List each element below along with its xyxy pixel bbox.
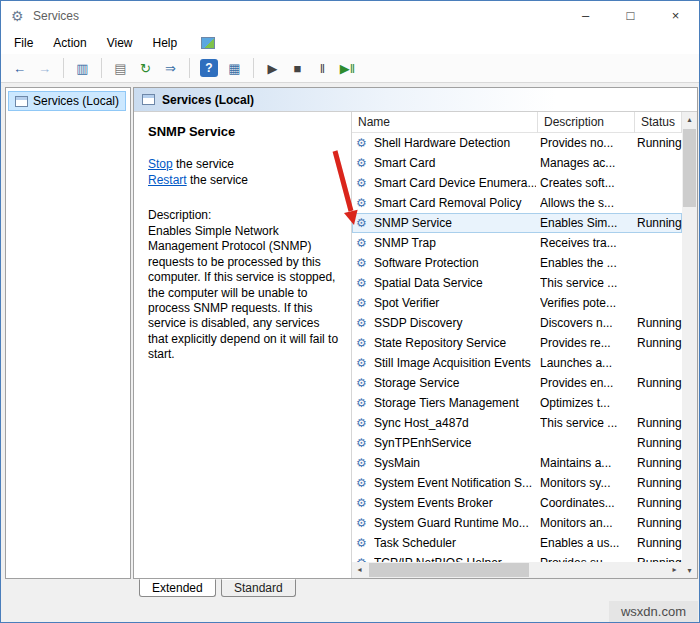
pause-service-button[interactable]: ‖ [311, 57, 334, 80]
cell: Monitors sy... [540, 473, 633, 493]
menu-file[interactable]: File [4, 36, 43, 50]
restart-service-link[interactable]: Restart [148, 173, 187, 187]
table-row[interactable]: ⚙Software ProtectionEnables the ... [352, 253, 682, 273]
cell: SynTPEnhService [374, 433, 536, 453]
table-row[interactable]: ⚙Task SchedulerEnables a us...Running [352, 533, 682, 553]
restart-service-button[interactable]: ▶‖ [336, 57, 359, 80]
table-row[interactable]: ⚙SynTPEnhServiceRunning [352, 433, 682, 453]
table-row[interactable]: ⚙Shell Hardware DetectionProvides no...R… [352, 133, 682, 153]
table-row[interactable]: ⚙System Event Notification S...Monitors … [352, 473, 682, 493]
cell: Shell Hardware Detection [374, 133, 536, 153]
table-row[interactable]: ⚙System Guard Runtime Mo...Monitors an..… [352, 513, 682, 533]
cell: Storage Tiers Management [374, 393, 536, 413]
tab-extended[interactable]: Extended [139, 579, 216, 597]
table-row[interactable]: ⚙Smart Card Device Enumera...Creates sof… [352, 173, 682, 193]
scroll-up-icon[interactable]: ▴ [682, 112, 697, 127]
column-header-status[interactable]: Status [635, 112, 682, 133]
table-row[interactable]: ⚙Storage ServiceProvides en...Running [352, 373, 682, 393]
service-gear-icon: ⚙ [356, 513, 367, 533]
help-button[interactable]: ? [200, 59, 218, 77]
horizontal-scrollbar[interactable]: ◂ ▸ [352, 562, 682, 578]
cell: Running [637, 493, 682, 513]
cell: SysMain [374, 453, 536, 473]
table-row[interactable]: ⚙Smart Card Removal PolicyAllows the s..… [352, 193, 682, 213]
cell: Provides su... [540, 553, 633, 562]
extended-detail-panel: SNMP Service Stop the service Restart th… [134, 112, 352, 578]
column-header-name[interactable]: Name [352, 112, 538, 133]
close-button[interactable]: × [653, 1, 698, 31]
column-header-description[interactable]: Description [538, 112, 635, 133]
vertical-scrollbar[interactable]: ▴ ▾ [682, 112, 697, 578]
service-action-links: Stop the service Restart the service [148, 156, 248, 188]
forward-button[interactable]: → [33, 57, 56, 80]
table-row[interactable]: ⚙Storage Tiers ManagementOptimizes t... [352, 393, 682, 413]
refresh-button[interactable]: ↻ [134, 57, 157, 80]
cell: Manages ac... [540, 153, 633, 173]
vertical-scrollbar-thumb[interactable] [683, 129, 696, 207]
cell: Enables Sim... [540, 213, 633, 233]
scroll-right-icon[interactable]: ▸ [667, 562, 682, 577]
cell: Enables the ... [540, 253, 633, 273]
menu-action[interactable]: Action [43, 36, 96, 50]
table-row[interactable]: ⚙Sync Host_a487dThis service ...Running [352, 413, 682, 433]
maximize-button[interactable]: □ [608, 1, 653, 31]
cell: This service ... [540, 273, 633, 293]
console-child-window-icon [201, 37, 215, 49]
cell: Running [637, 413, 682, 433]
table-row[interactable]: ⚙SysMainMaintains a...Running [352, 453, 682, 473]
show-description-button[interactable]: ▦ [223, 57, 246, 80]
view-tabs: Extended Standard [133, 579, 698, 599]
cell: Smart Card [374, 153, 536, 173]
cell: Monitors an... [540, 513, 633, 533]
horizontal-scrollbar-thumb[interactable] [369, 563, 529, 577]
cell: Storage Service [374, 373, 536, 393]
table-row[interactable]: ⚙Spot VerifierVerifies pote... [352, 293, 682, 313]
scroll-down-icon[interactable]: ▾ [682, 563, 697, 578]
show-console-tree-button[interactable]: ▥ [71, 57, 94, 80]
cell: Launches a... [540, 353, 633, 373]
services-header-icon [142, 94, 155, 105]
cell: Creates soft... [540, 173, 633, 193]
minimize-button[interactable]: – [563, 1, 608, 31]
table-row[interactable]: ⚙State Repository ServiceProvides re...R… [352, 333, 682, 353]
cell: System Event Notification S... [374, 473, 536, 493]
cell: Provides en... [540, 373, 633, 393]
scroll-left-icon[interactable]: ◂ [352, 562, 367, 577]
services-app-icon: ⚙ [11, 1, 24, 31]
menu-view[interactable]: View [97, 36, 143, 50]
main-pane: Services (Local) SNMP Service Stop the s… [133, 87, 698, 579]
cell: Smart Card Device Enumera... [374, 173, 536, 193]
export-list-button[interactable]: ⇒ [159, 57, 182, 80]
properties-button[interactable]: ▤ [109, 57, 132, 80]
service-gear-icon: ⚙ [356, 273, 367, 293]
back-button[interactable]: ← [8, 57, 31, 80]
start-service-button[interactable]: ▶ [261, 57, 284, 80]
sidebar-item-services-local[interactable]: Services (Local) [8, 91, 126, 111]
services-window: ⚙ Services – □ × File Action View Help ←… [0, 0, 700, 623]
table-row[interactable]: ⚙Smart CardManages ac... [352, 153, 682, 173]
toolbar-separator [189, 58, 190, 78]
stop-service-link[interactable]: Stop [148, 157, 173, 171]
cell: Task Scheduler [374, 533, 536, 553]
service-gear-icon: ⚙ [356, 353, 367, 373]
table-row[interactable]: ⚙SNMP ServiceEnables Sim...Running [352, 213, 682, 233]
table-row[interactable]: ⚙Spatial Data ServiceThis service ... [352, 273, 682, 293]
console-tree-pane: Services (Local) [5, 87, 131, 579]
service-gear-icon: ⚙ [356, 333, 367, 353]
service-gear-icon: ⚙ [356, 553, 367, 562]
service-gear-icon: ⚙ [356, 213, 367, 233]
service-gear-icon: ⚙ [356, 393, 367, 413]
stop-service-button[interactable]: ■ [286, 57, 309, 80]
table-row[interactable]: ⚙TCP/IP NetBIOS HelperProvides su...Runn… [352, 553, 682, 562]
service-gear-icon: ⚙ [356, 293, 367, 313]
menu-help[interactable]: Help [143, 36, 188, 50]
service-gear-icon: ⚙ [356, 253, 367, 273]
table-row[interactable]: ⚙SSDP DiscoveryDiscovers n...Running [352, 313, 682, 333]
tab-standard[interactable]: Standard [221, 579, 296, 597]
cell: Provides no... [540, 133, 633, 153]
cell: Running [637, 453, 682, 473]
table-row[interactable]: ⚙Still Image Acquisition EventsLaunches … [352, 353, 682, 373]
cell: SSDP Discovery [374, 313, 536, 333]
table-row[interactable]: ⚙System Events BrokerCoordinates...Runni… [352, 493, 682, 513]
table-row[interactable]: ⚙SNMP TrapReceives tra... [352, 233, 682, 253]
